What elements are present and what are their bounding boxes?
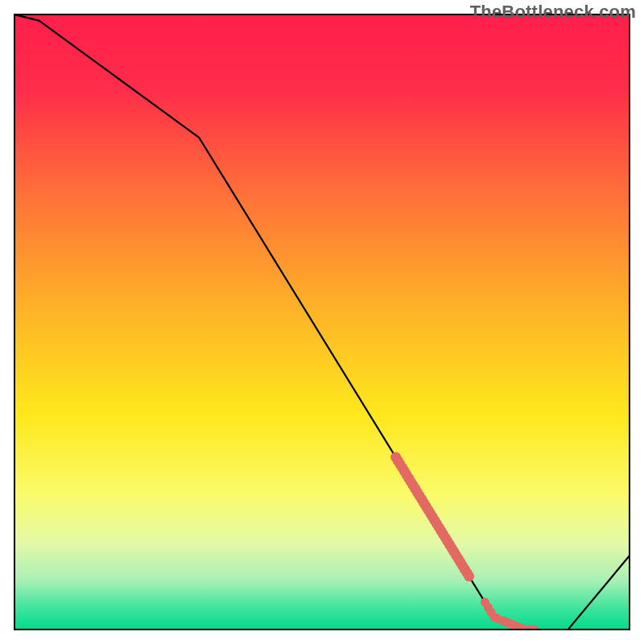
chart-stage: TheBottleneck.com <box>0 0 644 644</box>
watermark-text: TheBottleneck.com <box>470 2 636 23</box>
bottleneck-chart <box>0 0 644 644</box>
gradient-background <box>14 14 630 630</box>
marker-dot <box>464 571 474 581</box>
